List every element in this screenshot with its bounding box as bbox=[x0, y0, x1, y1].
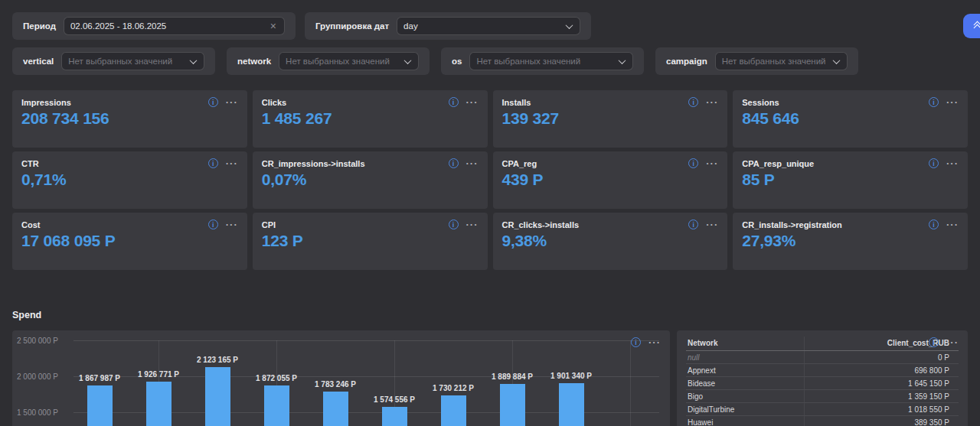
dimension-filter-placeholder: Нет выбранных значений bbox=[68, 57, 186, 66]
more-options-icon[interactable]: ··· bbox=[226, 97, 238, 107]
dimension-filter-select[interactable]: Нет выбранных значений bbox=[469, 52, 633, 70]
chart-plot-area: 2 500 000 P2 000 000 P1 500 000 P1 867 9… bbox=[12, 330, 670, 426]
table-row[interactable]: Bidease1 645 150 P bbox=[686, 377, 959, 390]
kpi-grid: Impressions 208 734 156 i ··· Clicks 1 4… bbox=[12, 90, 968, 270]
more-options-icon[interactable]: ··· bbox=[226, 158, 238, 168]
info-icon[interactable]: i bbox=[929, 220, 939, 229]
info-icon[interactable]: i bbox=[208, 158, 218, 168]
collapse-filters-button[interactable] bbox=[963, 14, 980, 38]
spend-bar[interactable] bbox=[87, 385, 113, 426]
table-row[interactable]: Huawei389 350 P bbox=[686, 416, 959, 426]
info-icon[interactable]: i bbox=[449, 220, 459, 229]
dimension-filter-placeholder: Нет выбранных значений bbox=[286, 57, 400, 66]
kpi-card-CPA_reg: CPA_reg 439 P i ··· bbox=[493, 151, 728, 209]
more-options-icon[interactable]: ··· bbox=[706, 220, 718, 229]
more-options-icon[interactable]: ··· bbox=[466, 97, 479, 107]
network-cell: DigitalTurbine bbox=[686, 403, 804, 416]
kpi-title: CPI bbox=[262, 220, 479, 229]
y-axis-tick-label: 1 500 000 P bbox=[17, 408, 72, 417]
filters-row-dimensions: vertical Нет выбранных значений network … bbox=[12, 47, 968, 75]
spend-bar[interactable] bbox=[146, 382, 172, 426]
info-icon[interactable]: i bbox=[208, 220, 218, 229]
kpi-card-CR_clicks->installs: CR_clicks->installs 9,38% i ··· bbox=[493, 213, 728, 270]
info-icon[interactable]: i bbox=[208, 97, 218, 107]
info-icon[interactable]: i bbox=[688, 158, 698, 168]
more-options-icon[interactable]: ··· bbox=[946, 337, 959, 347]
dimension-filter-select[interactable]: Нет выбранных значений bbox=[279, 52, 419, 70]
kpi-card-Cost: Cost 17 068 095 P i ··· bbox=[12, 213, 247, 270]
kpi-card-CTR: CTR 0,71% i ··· bbox=[12, 151, 247, 209]
chevron-down-icon bbox=[566, 21, 573, 29]
dimension-filter-select[interactable]: Нет выбранных значений bbox=[61, 52, 204, 70]
spend-bar[interactable] bbox=[382, 407, 407, 426]
kpi-title: CR_impressions->installs bbox=[262, 159, 479, 168]
more-options-icon[interactable]: ··· bbox=[706, 97, 718, 107]
kpi-title: CPA_reg bbox=[502, 159, 719, 168]
more-options-icon[interactable]: ··· bbox=[706, 158, 718, 168]
network-cost-table-widget: i ··· Network Client_cost_RUB null0 PApp… bbox=[677, 330, 968, 426]
table-row[interactable]: Bigo1 359 150 P bbox=[686, 390, 959, 403]
kpi-value: 139 327 bbox=[502, 109, 719, 128]
info-icon[interactable]: i bbox=[688, 220, 698, 229]
dimension-filter-label: campaign bbox=[666, 57, 707, 66]
clear-icon[interactable]: × bbox=[269, 21, 278, 31]
dimension-filter-vertical: vertical Нет выбранных значений bbox=[12, 47, 215, 75]
info-icon[interactable]: i bbox=[688, 97, 698, 107]
period-date-range-input[interactable]: 02.06.2025 - 18.06.2025 × bbox=[64, 17, 285, 35]
dimension-filter-campaign: campaign Нет выбранных значений bbox=[655, 47, 858, 75]
kpi-value: 123 P bbox=[262, 232, 479, 250]
date-grouping-select[interactable]: day bbox=[397, 17, 580, 35]
more-options-icon[interactable]: ··· bbox=[946, 97, 959, 107]
spend-section-title: Spend bbox=[12, 310, 968, 320]
info-icon[interactable]: i bbox=[631, 337, 641, 347]
table-row[interactable]: null0 P bbox=[686, 351, 959, 364]
filter-period: Период 02.06.2025 - 18.06.2025 × bbox=[12, 12, 296, 40]
cost-cell: 696 800 P bbox=[804, 364, 959, 377]
bar-value-label: 1 901 340 P bbox=[550, 372, 592, 380]
bottom-widgets: 2 500 000 P2 000 000 P1 500 000 P1 867 9… bbox=[12, 330, 968, 426]
cost-cell: 1 645 150 P bbox=[804, 377, 959, 390]
more-options-icon[interactable]: ··· bbox=[946, 158, 959, 168]
network-cell: Huawei bbox=[686, 416, 804, 426]
kpi-value: 208 734 156 bbox=[21, 109, 238, 128]
more-options-icon[interactable]: ··· bbox=[226, 220, 238, 229]
kpi-title: CPA_resp_unique bbox=[742, 159, 959, 168]
chevron-down-icon bbox=[190, 57, 198, 64]
bar-value-label: 1 867 987 P bbox=[79, 374, 120, 382]
spend-bar-chart: 2 500 000 P2 000 000 P1 500 000 P1 867 9… bbox=[12, 330, 670, 426]
spend-bar[interactable] bbox=[323, 392, 348, 426]
bar-value-label: 1 783 246 P bbox=[315, 380, 356, 389]
chevron-down-icon bbox=[833, 57, 841, 64]
more-options-icon[interactable]: ··· bbox=[946, 220, 959, 229]
table-row[interactable]: DigitalTurbine1 018 550 P bbox=[686, 403, 959, 416]
table-row[interactable]: Appnext696 800 P bbox=[686, 364, 959, 377]
column-header-network[interactable]: Network bbox=[686, 337, 804, 351]
dimension-filter-label: network bbox=[237, 57, 271, 66]
info-icon[interactable]: i bbox=[449, 97, 459, 107]
more-options-icon[interactable]: ··· bbox=[648, 337, 661, 347]
kpi-title: Installs bbox=[502, 98, 719, 107]
spend-bar[interactable] bbox=[264, 385, 289, 426]
spend-bar[interactable] bbox=[559, 383, 584, 426]
cost-cell: 0 P bbox=[804, 351, 959, 364]
info-icon[interactable]: i bbox=[929, 337, 939, 347]
dimension-filter-label: vertical bbox=[23, 57, 54, 66]
kpi-value: 0,71% bbox=[21, 171, 238, 189]
y-axis-tick-label: 2 000 000 P bbox=[17, 372, 72, 381]
spend-bar[interactable] bbox=[205, 367, 230, 426]
bar-value-label: 1 574 556 P bbox=[374, 395, 415, 404]
spend-bar[interactable] bbox=[441, 395, 466, 426]
dimension-filter-select[interactable]: Нет выбранных значений bbox=[715, 52, 848, 70]
info-icon[interactable]: i bbox=[929, 97, 939, 107]
spend-bar[interactable] bbox=[500, 384, 525, 426]
period-value: 02.06.2025 - 18.06.2025 bbox=[70, 21, 264, 31]
more-options-icon[interactable]: ··· bbox=[466, 220, 479, 229]
info-icon[interactable]: i bbox=[449, 158, 459, 168]
kpi-title: CR_clicks->installs bbox=[502, 220, 719, 229]
dimension-filter-label: os bbox=[452, 57, 462, 66]
more-options-icon[interactable]: ··· bbox=[466, 158, 479, 168]
info-icon[interactable]: i bbox=[929, 158, 939, 168]
kpi-title: Clicks bbox=[262, 98, 479, 107]
kpi-title: Impressions bbox=[21, 98, 238, 107]
kpi-card-CR_impressions->installs: CR_impressions->installs 0,07% i ··· bbox=[253, 151, 488, 209]
